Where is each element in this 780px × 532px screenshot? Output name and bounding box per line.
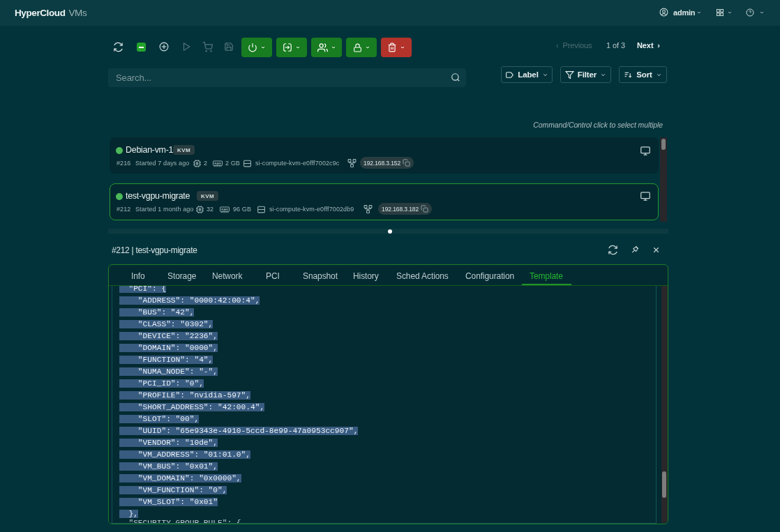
svg-text:RAM: RAM xyxy=(214,162,221,165)
svg-text:RAM: RAM xyxy=(221,208,228,211)
